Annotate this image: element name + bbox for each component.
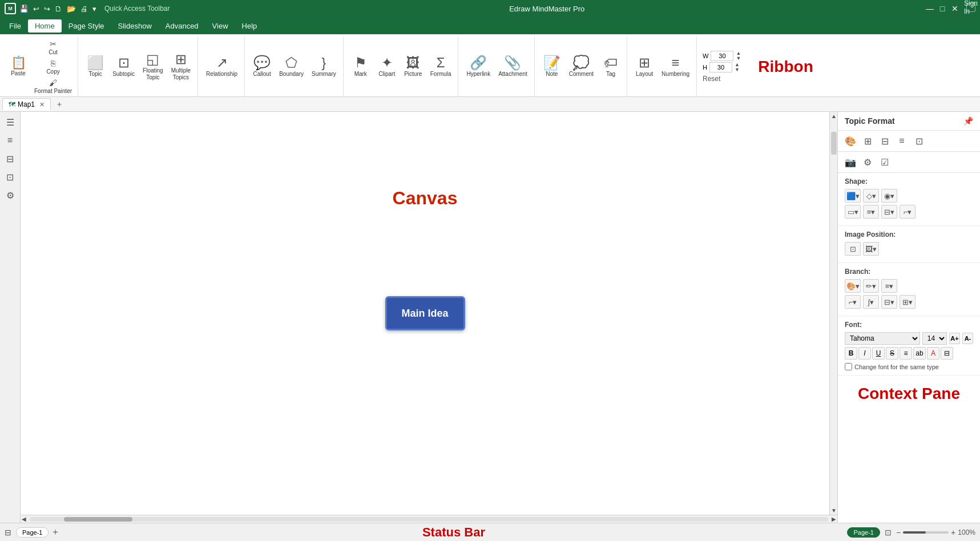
summary-button[interactable]: } Summary xyxy=(308,54,340,80)
zoom-slider[interactable] xyxy=(903,531,949,534)
bold-button[interactable]: B xyxy=(845,347,857,360)
branch-align-btn[interactable]: ⊞▾ xyxy=(900,295,916,309)
more-format-button[interactable]: ⊟ xyxy=(941,347,953,360)
boundary-button[interactable]: ⬠ Boundary xyxy=(276,54,307,80)
sidebar-screenshot-icon[interactable]: ⊡ xyxy=(2,169,18,185)
vertical-scrollbar[interactable]: ▲ ▼ xyxy=(829,112,837,515)
menu-item-slideshow[interactable]: Slideshow xyxy=(111,19,159,33)
paste-button[interactable]: 📋 Paste xyxy=(6,54,31,79)
tag-button[interactable]: 🏷 Tag xyxy=(598,54,623,80)
page-1-active-tab[interactable]: Page-1 xyxy=(847,527,880,538)
canvas-area[interactable]: Canvas Main Idea xyxy=(21,112,829,515)
panel-style-icon[interactable]: 🎨 xyxy=(842,133,858,149)
menu-item-view[interactable]: View xyxy=(205,19,235,33)
sidebar-toggle-icon[interactable]: ⊟ xyxy=(5,528,11,537)
panel-arrange-icon[interactable]: ⊟ xyxy=(877,133,893,149)
font-family-select[interactable]: Tahoma Arial Times New Roman xyxy=(845,332,920,345)
redo-icon[interactable]: ↪ xyxy=(43,3,51,14)
height-down-arrow[interactable]: ▼ xyxy=(735,67,740,72)
save-icon[interactable]: 💾 xyxy=(18,3,30,14)
mark-button[interactable]: ⚑ Mark xyxy=(348,54,373,80)
shape-corner-btn[interactable]: ⌐▾ xyxy=(900,205,916,219)
scroll-right-arrow[interactable]: ▶ xyxy=(830,516,837,522)
font-size-decrease-btn[interactable]: A- xyxy=(962,333,973,344)
callout-button[interactable]: 💬 Callout xyxy=(249,54,275,80)
note-button[interactable]: 📝 Note xyxy=(539,54,564,80)
shape-border-width-btn[interactable]: ⊟▾ xyxy=(881,205,897,219)
layout-button[interactable]: ⊞ Layout xyxy=(632,54,657,80)
menu-item-pagestyle[interactable]: Page Style xyxy=(62,19,111,33)
scroll-thumb-v[interactable] xyxy=(831,132,837,155)
same-type-checkbox[interactable] xyxy=(845,363,852,370)
height-input[interactable] xyxy=(709,62,732,72)
main-idea-box[interactable]: Main Idea xyxy=(385,296,465,330)
fit-page-button[interactable]: ⊡ xyxy=(885,528,892,537)
topic-button[interactable]: ⬜ Topic xyxy=(83,54,108,80)
floating-topic-button[interactable]: ◱ FloatingTopic xyxy=(139,50,167,83)
image-pos-right-btn[interactable]: 🖼▾ xyxy=(863,242,879,256)
shape-outline-btn[interactable]: ◇▾ xyxy=(863,189,879,203)
menu-item-file[interactable]: File xyxy=(2,19,28,33)
panel-gear-icon[interactable]: ⚙ xyxy=(860,154,876,170)
panel-layout-icon[interactable]: ⊞ xyxy=(860,133,876,149)
shape-border-color-btn[interactable]: ▭▾ xyxy=(845,205,861,219)
scroll-thumb-h[interactable] xyxy=(64,517,132,522)
shape-fill-color-btn[interactable]: 🟦▾ xyxy=(845,189,861,203)
reset-button[interactable]: Reset xyxy=(703,75,741,83)
page-tab-1[interactable]: Page-1 xyxy=(16,527,49,538)
undo-icon[interactable]: ↩ xyxy=(32,3,41,14)
panel-indent-icon[interactable]: ⊡ xyxy=(911,133,927,149)
close-button[interactable]: ✕ xyxy=(949,3,961,14)
scroll-left-arrow[interactable]: ◀ xyxy=(21,516,27,522)
shape-shadow-btn[interactable]: ◉▾ xyxy=(881,189,897,203)
minimize-button[interactable]: — xyxy=(924,3,935,14)
hyperlink-button[interactable]: 🔗 Hyperlink xyxy=(463,54,494,80)
formula-button[interactable]: Σ Formula xyxy=(427,54,455,80)
sidebar-list-icon[interactable]: ⊟ xyxy=(2,151,18,167)
numbering-button[interactable]: ≡ Numbering xyxy=(658,54,693,80)
more-icon[interactable]: ▾ xyxy=(91,3,98,14)
panel-list-icon[interactable]: ≡ xyxy=(894,133,910,149)
font-size-increase-btn[interactable]: A+ xyxy=(949,333,960,344)
signin-button[interactable]: Sign In xyxy=(966,3,975,12)
panel-check-icon[interactable]: ☑ xyxy=(877,154,893,170)
font-color-button[interactable]: A xyxy=(927,347,939,360)
image-pos-left-btn[interactable]: ⊡ xyxy=(845,242,861,256)
comment-button[interactable]: 💭 Comment xyxy=(566,54,597,80)
copy-button[interactable]: ⎘ Copy xyxy=(32,58,74,76)
new-icon[interactable]: 🗋 xyxy=(54,3,63,14)
tab-map1-close[interactable]: ✕ xyxy=(39,101,45,108)
shape-border-style-btn[interactable]: ≡▾ xyxy=(863,205,879,219)
align-button[interactable]: ≡ xyxy=(900,347,912,360)
zoom-in-button[interactable]: + xyxy=(951,528,955,537)
width-down-arrow[interactable]: ▼ xyxy=(736,56,741,61)
font-size-select[interactable]: 14 12 16 18 xyxy=(922,332,947,345)
subtopic-button[interactable]: ⊡ Subtopic xyxy=(109,54,138,80)
sidebar-gear-icon[interactable]: ⚙ xyxy=(2,187,18,203)
tab-map1[interactable]: 🗺 Map1 ✕ xyxy=(2,98,51,110)
sidebar-outline-icon[interactable]: ≡ xyxy=(2,132,18,148)
menu-item-advanced[interactable]: Advanced xyxy=(159,19,205,33)
right-panel-pin-icon[interactable]: 📌 xyxy=(963,116,973,126)
branch-color-btn[interactable]: 🎨▾ xyxy=(845,279,861,293)
zoom-out-button[interactable]: − xyxy=(896,528,901,537)
sidebar-panels-icon[interactable]: ☰ xyxy=(2,114,18,130)
relationship-button[interactable]: ↗ Relationship xyxy=(203,54,241,80)
width-input[interactable] xyxy=(711,51,733,61)
menu-item-help[interactable]: Help xyxy=(235,19,264,33)
add-page-button[interactable]: ＋ xyxy=(51,526,60,538)
branch-edit-btn[interactable]: ✏▾ xyxy=(863,279,879,293)
tab-add-button[interactable]: ＋ xyxy=(51,98,68,111)
scroll-up-arrow[interactable]: ▲ xyxy=(830,112,837,120)
panel-camera-icon[interactable]: 📷 xyxy=(842,154,858,170)
format-painter-button[interactable]: 🖌 Format Painter xyxy=(32,77,74,95)
branch-corner2-btn[interactable]: ⌐▾ xyxy=(845,295,861,309)
italic-button[interactable]: I xyxy=(858,347,871,360)
scroll-down-arrow[interactable]: ▼ xyxy=(830,506,837,515)
print-icon[interactable]: 🖨 xyxy=(79,3,89,14)
strikethrough-button[interactable]: S xyxy=(886,347,898,360)
multiple-topics-button[interactable]: ⊞ MultipleTopics xyxy=(168,50,194,83)
open-icon[interactable]: 📂 xyxy=(66,3,77,14)
branch-spacing-btn[interactable]: ⊟▾ xyxy=(881,295,897,309)
branch-curve-btn[interactable]: ∫▾ xyxy=(863,295,879,309)
